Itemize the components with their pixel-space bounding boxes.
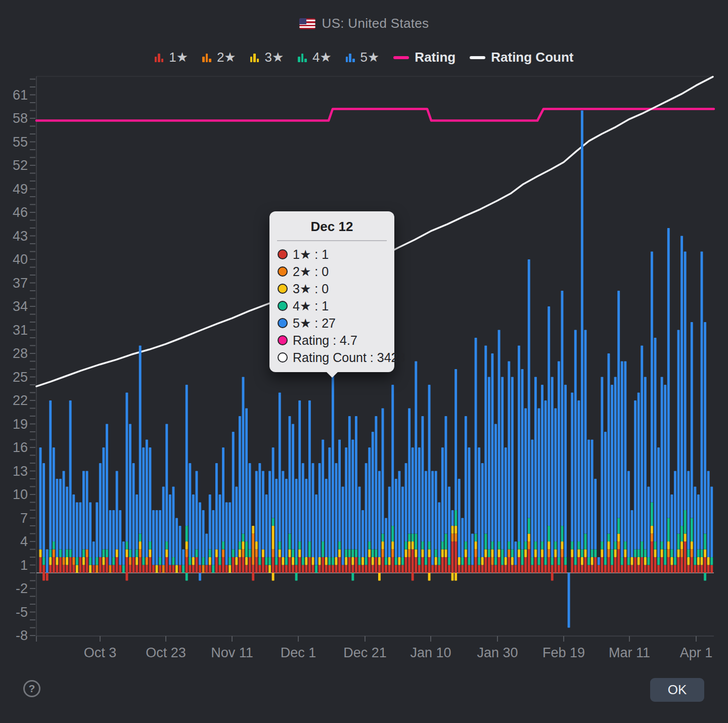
bar-3star [680,541,683,550]
bar-5star [654,338,657,541]
ok-button[interactable]: OK [650,678,704,702]
bar-4star [435,550,437,558]
bar-1star [674,565,676,573]
bar-5star [401,487,404,558]
bar-5star [418,447,421,557]
ratings-history-dialog: US: United States 1★2★3★4★5★RatingRating… [0,0,728,723]
bar-4star [461,557,464,565]
x-axis-label: Jan 30 [477,645,518,660]
bar-1star [654,557,657,573]
bar-1star [328,565,331,573]
bar-3star [704,550,706,558]
bar-1star [348,557,351,573]
bar-5star [338,440,341,542]
bar-1star [295,565,298,573]
bar-5star [448,487,450,558]
bar-4star [298,541,301,550]
bar-1star [93,565,95,573]
bar-1star [365,565,368,573]
bar-1star [189,565,191,573]
bar-1star [179,565,181,573]
bar-4star [704,534,706,550]
bar-3star [139,541,142,550]
y-axis-label: 19 [13,417,28,432]
bar-4star [608,534,610,542]
bar-5star [591,440,594,550]
bar-1star [697,565,700,573]
bar-1star [149,557,151,573]
y-axis-label: 16 [13,440,28,455]
bar-4star [558,557,560,565]
bar-3star [701,557,703,565]
bar-5star [76,503,78,558]
bar-3star [584,550,587,558]
bar-5star [594,479,597,550]
bar-3star [298,550,301,558]
bar-4star [348,550,351,558]
bar-1star [584,557,587,573]
bar-4star [617,518,620,534]
bar-negative-4star [186,573,188,581]
bar-1star [235,565,238,573]
bar-5star [395,479,397,557]
bar-3star [541,550,543,558]
bar-4star [106,550,108,558]
bar-4star [601,541,603,550]
bar-5star [458,479,461,557]
y-axis-label: 31 [13,323,28,338]
bar-5star [222,447,224,541]
bar-1star [39,557,42,573]
bar-1star [325,565,328,573]
bar-3star [318,557,321,565]
bar-1star [598,565,600,573]
bar-4star [591,550,594,558]
bar-4star [345,550,347,558]
bar-4star [624,541,626,550]
bar-3star [239,550,241,558]
bar-2star [408,550,411,558]
bar-1star [614,557,617,573]
bar-5star [279,393,281,542]
bar-4star [661,541,663,550]
bar-5star [142,447,145,557]
help-icon[interactable]: ? [23,680,40,697]
bar-1star [617,550,620,573]
bar-4star [528,518,530,534]
bar-4star [491,541,493,550]
bar-1star [86,557,88,573]
bar-3star [677,550,680,558]
bar-2star [667,550,670,558]
bar-4star [186,526,188,541]
y-axis-label: 49 [13,182,28,197]
bar-2star [129,557,131,565]
bar-5star [53,447,55,541]
bar-3star [209,557,211,565]
bar-4star [395,557,397,565]
bar-5star [169,494,171,565]
bar-5star [285,479,288,557]
bar-5star [378,471,381,558]
bar-3star [135,557,138,565]
bar-1star [69,557,72,573]
bar-4star [302,557,304,565]
bar-5star [644,377,647,550]
bar-1star [601,557,603,573]
bar-5star [39,447,42,550]
tooltip-row-rating: Rating : 4.7 [269,332,394,349]
bar-1star [431,565,434,573]
bar-negative-3star [428,573,431,581]
bar-3star [638,557,640,565]
bar-2star [548,550,550,558]
bar-5star [664,385,666,550]
bar-1star [707,565,710,573]
bar-3star [149,550,151,558]
bar-5star [488,377,490,550]
bar-5star [139,346,142,534]
bar-5star [146,440,148,558]
bar-1star [624,557,626,573]
bar-5star [282,471,284,558]
bar-1star [415,557,417,573]
bar-3star [292,557,294,565]
bar-negative-3star [454,573,457,581]
bar-5star [624,362,626,542]
